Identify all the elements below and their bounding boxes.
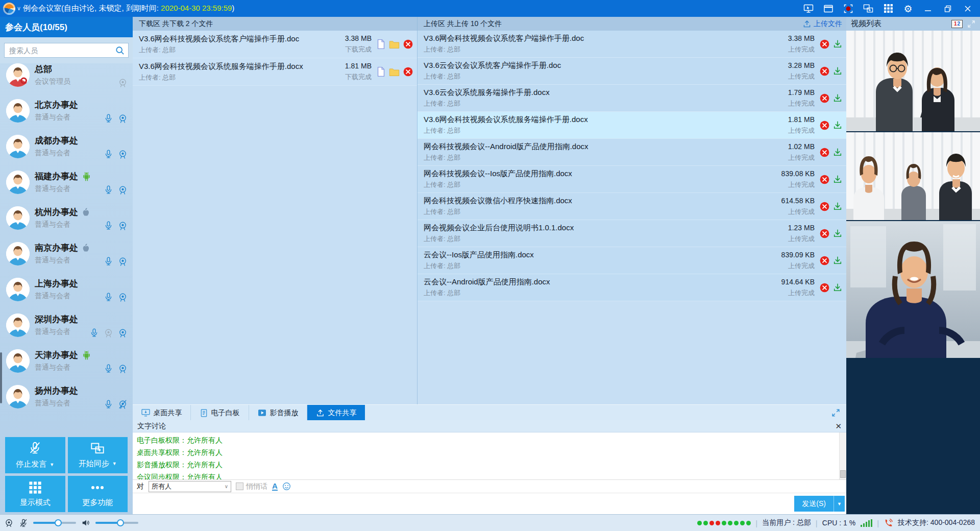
webcam-gray-icon[interactable] <box>118 78 128 88</box>
participant-row[interactable]: 南京办事处普通与会者 <box>0 236 133 272</box>
remove-icon[interactable] <box>820 120 829 130</box>
mic-icon[interactable] <box>104 364 113 374</box>
video-feed-1[interactable] <box>846 31 980 131</box>
webcam-icon[interactable] <box>118 185 128 196</box>
download-file-row[interactable]: V3.6网会科技视频会议系统客户端操作手册.doc上传者: 总部3.38 MB下… <box>133 31 417 58</box>
recipient-select[interactable]: 所有人∨ <box>149 481 231 492</box>
send-button[interactable]: 发送(S) ▼ <box>794 496 845 512</box>
start-sync-button[interactable]: 开始同步▼ <box>68 437 128 473</box>
display-grid-icon[interactable] <box>883 4 893 14</box>
mic-muted-status-icon[interactable] <box>19 518 28 528</box>
participant-row[interactable]: 上海办事处普通与会者 <box>0 272 133 307</box>
tab-whiteboard[interactable]: 电子白板 <box>191 405 249 421</box>
remove-icon[interactable] <box>403 39 413 49</box>
video-expand-icon[interactable] <box>967 20 975 28</box>
download-icon[interactable] <box>833 229 842 238</box>
search-icon[interactable] <box>115 46 125 55</box>
download-icon[interactable] <box>833 66 842 76</box>
participant-row[interactable]: 总部会议管理员 <box>0 57 133 93</box>
upload-file-row[interactable]: V3.6云会议系统服务端操作手册.docx上传者: 总部1.79 MB上传完成 <box>418 85 846 112</box>
remove-icon[interactable] <box>403 67 413 77</box>
more-functions-button[interactable]: 更多功能 <box>68 476 128 512</box>
font-style-icon[interactable]: A <box>272 482 278 491</box>
minimize-button[interactable] <box>923 4 933 14</box>
participant-scrollbar[interactable] <box>0 352 2 403</box>
webcam-gray-icon[interactable] <box>104 328 113 339</box>
open-folder-icon[interactable] <box>389 67 400 77</box>
expand-icon[interactable] <box>831 408 840 417</box>
upload-file-row[interactable]: V3.6网会科技视频会议系统服务端操作手册.docx上传者: 总部1.81 MB… <box>418 112 846 139</box>
remove-icon[interactable] <box>820 39 829 49</box>
tab-desktop-share[interactable]: 桌面共享 <box>133 405 191 421</box>
chat-scrollbar[interactable] <box>839 432 846 479</box>
screen-sync-icon[interactable] <box>863 4 873 14</box>
upload-file-row[interactable]: 网会科技视频会议--Android版产品使用指南.docx上传者: 总部1.02… <box>418 139 846 166</box>
upload-file-row[interactable]: V3.6云会议会议系统客户端操作手册.doc上传者: 总部3.28 MB上传完成 <box>418 58 846 85</box>
webcam-icon[interactable] <box>118 149 128 160</box>
webcam-icon[interactable] <box>118 221 128 231</box>
participant-row[interactable]: 深圳办事处普通与会者 <box>0 307 133 343</box>
participant-row[interactable]: 成都办事处普通与会者 <box>0 129 133 164</box>
participant-row[interactable]: 天津办事处普通与会者 <box>0 343 133 379</box>
remove-icon[interactable] <box>820 256 829 266</box>
remove-icon[interactable] <box>820 93 829 103</box>
download-icon[interactable] <box>833 202 842 211</box>
upload-file-row[interactable]: 网会科技视频会议--Ios版产品使用指南.docx上传者: 总部839.08 K… <box>418 166 846 193</box>
search-box[interactable] <box>4 43 129 58</box>
chat-close-icon[interactable]: ✕ <box>835 423 842 430</box>
search-input[interactable] <box>8 46 115 55</box>
webcam-icon[interactable] <box>118 113 128 124</box>
upload-file-row[interactable]: 云会议--Ios版产品使用指南.docx上传者: 总部839.09 KB上传完成 <box>418 247 846 274</box>
tab-file-share[interactable]: 文件共享 <box>307 405 365 421</box>
download-icon[interactable] <box>833 175 842 184</box>
stop-speaking-button[interactable]: 停止发言▼ <box>5 437 65 473</box>
close-button[interactable] <box>963 4 973 14</box>
upload-file-row[interactable]: V3.6网会科技视频会议系统客户端操作手册.doc上传者: 总部3.38 MB上… <box>418 31 846 58</box>
remove-icon[interactable] <box>820 66 829 76</box>
remove-icon[interactable] <box>820 202 829 211</box>
download-icon[interactable] <box>833 39 842 49</box>
tab-media-play[interactable]: 影音播放 <box>249 405 307 421</box>
dropdown-caret[interactable]: ▼ <box>50 462 54 467</box>
participant-row[interactable]: 扬州办事处普通与会者 <box>0 379 133 415</box>
display-mode-button[interactable]: 显示模式 <box>5 476 65 512</box>
remove-icon[interactable] <box>820 175 829 184</box>
emoji-icon[interactable] <box>282 482 291 491</box>
dropdown-caret[interactable]: ▼ <box>112 461 117 466</box>
video-feed-3[interactable] <box>846 221 980 358</box>
participant-row[interactable]: 杭州办事处普通与会者 <box>0 200 133 236</box>
settings-gear-icon[interactable]: ⚙ <box>903 4 913 14</box>
mic-icon[interactable] <box>89 328 99 339</box>
mic-icon[interactable] <box>104 185 113 196</box>
mic-icon[interactable] <box>104 399 113 410</box>
upload-file-row[interactable]: 网会视频会议企业后台使用说明书1.0.1.docx上传者: 总部1.23 MB上… <box>418 220 846 247</box>
record-icon[interactable] <box>843 4 853 14</box>
doc-file-icon[interactable] <box>377 66 385 77</box>
chevron-down-icon[interactable]: ∨ <box>17 5 21 12</box>
mic-icon[interactable] <box>104 292 113 303</box>
participant-row[interactable]: 福建办事处普通与会者 <box>0 164 133 200</box>
download-icon[interactable] <box>833 120 842 130</box>
participant-row[interactable]: 北京办事处普通与会者 <box>0 93 133 129</box>
layout-1-2-icon[interactable]: 12 <box>951 20 963 28</box>
send-options-caret[interactable]: ▼ <box>834 496 845 512</box>
mic-icon[interactable] <box>104 221 113 231</box>
upload-file-button[interactable]: 上传文件 <box>803 19 842 29</box>
chat-input[interactable]: 发送(S) ▼ <box>133 493 846 514</box>
open-folder-icon[interactable] <box>389 40 400 49</box>
doc-file-icon[interactable] <box>377 39 385 50</box>
remove-icon[interactable] <box>820 283 829 293</box>
remove-icon[interactable] <box>820 148 829 157</box>
download-icon[interactable] <box>833 148 842 157</box>
video-feed-2[interactable] <box>846 132 980 220</box>
window-panel-icon[interactable] <box>823 4 834 14</box>
webcam-icon[interactable] <box>118 328 128 339</box>
remote-desktop-icon[interactable] <box>803 4 814 14</box>
speaker-icon[interactable] <box>81 518 90 527</box>
upload-file-row[interactable]: 网会科技视频会议微信小程序快速指南.docx上传者: 总部614.58 KB上传… <box>418 193 846 220</box>
mic-icon[interactable] <box>104 256 113 267</box>
mic-icon[interactable] <box>104 149 113 160</box>
mic-volume-slider[interactable] <box>33 522 76 524</box>
mic-icon[interactable] <box>104 113 113 124</box>
webcam-status-icon[interactable] <box>4 518 14 528</box>
